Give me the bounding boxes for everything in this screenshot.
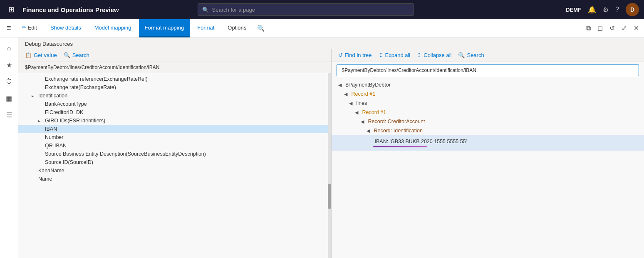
help-icon[interactable]: ? (615, 6, 619, 13)
sidebar-item-workspaces[interactable]: ▦ (2, 91, 17, 106)
sidebar-item-favorites[interactable]: ★ (2, 57, 17, 72)
tree-item-bankaccounttype[interactable]: BankAccountType (18, 100, 331, 108)
find-in-tree-label: Find in tree (345, 52, 372, 58)
fullscreen-icon[interactable]: ⤢ (620, 22, 629, 34)
tree-item-giro[interactable]: GIRO IDs(ESR identifiers) (18, 117, 331, 125)
bell-icon[interactable]: 🔔 (588, 6, 596, 14)
refresh-icon[interactable]: ↺ (608, 22, 617, 34)
split-icon[interactable]: ◻ (596, 22, 604, 34)
right-tree-area[interactable]: ◀ $PaymentByDebtor ◀ Record #1 ◀ lines (332, 79, 644, 258)
label-name: Name (38, 176, 52, 182)
content-area: ⌂ ★ ⏱ ▦ ☰ Debug Datasources 📋 Get value … (0, 37, 644, 258)
arrow-paymentbydebtor: ◀ (338, 82, 344, 88)
rtree-item-lines[interactable]: ◀ lines (332, 99, 644, 108)
label-record1a: Record #1 (352, 91, 376, 97)
tab-format[interactable]: Format (191, 19, 220, 37)
collapse-all-button[interactable]: ↥ Collapse all (417, 52, 451, 58)
debug-header: Debug Datasources (18, 37, 644, 49)
get-value-label: Get value (34, 52, 57, 58)
label-iban: IBAN (45, 126, 57, 132)
label-creditoraccount: Record: CreditorAccount (368, 119, 425, 124)
rtree-item-identification[interactable]: ◀ Record: Identification (332, 126, 644, 135)
global-search[interactable]: 🔍 (198, 3, 414, 16)
nav-search-icon[interactable]: 🔍 (254, 25, 268, 32)
left-search-button[interactable]: 🔍 Search (64, 52, 89, 58)
arrow-lines: ◀ (349, 101, 355, 106)
get-value-button[interactable]: 📋 Get value (25, 52, 57, 58)
rtree-item-iban-value[interactable]: IBAN: 'GB33 BUKB 2020 1555 5555 55' (332, 135, 644, 151)
label-bankaccounttype: BankAccountType (45, 101, 87, 107)
tree-item-kananame[interactable]: KanaName (18, 166, 331, 175)
tree-item-exchange-rate[interactable]: Exchange rate(ExchangeRate) (18, 83, 331, 92)
arrow-giro (38, 119, 43, 123)
sidebar-item-home[interactable]: ⌂ (2, 41, 17, 56)
tab-format-mapping-label: Format mapping (145, 25, 184, 31)
left-tree-area[interactable]: Exchange rate reference(ExchangeRateRef)… (18, 73, 331, 258)
close-icon[interactable]: ✕ (632, 22, 641, 34)
arrow-record1a: ◀ (344, 92, 350, 97)
expand-all-button[interactable]: ↧ Expand all (379, 52, 411, 58)
expand-icon[interactable]: ⧉ (585, 23, 592, 34)
tab-format-mapping[interactable]: Format mapping (139, 19, 190, 37)
tree-item-qr-iban[interactable]: QR-IBAN (18, 141, 331, 150)
right-panel: ↺ Find in tree ↧ Expand all ↥ Collapse a… (332, 49, 644, 258)
gear-icon[interactable]: ⚙ (603, 6, 609, 14)
avatar[interactable]: D (626, 3, 639, 16)
left-path-bar[interactable]: $PaymentByDebtor/lines/CreditorAccount/I… (18, 62, 331, 73)
arrow-record1b: ◀ (355, 110, 361, 115)
nav-right-icons: ⧉ ◻ ↺ ⤢ ✕ (585, 22, 641, 34)
arrow-identification-r: ◀ (367, 128, 372, 134)
right-toolbar: ↺ Find in tree ↧ Expand all ↥ Collapse a… (332, 49, 644, 62)
tab-show-details[interactable]: Show details (45, 19, 87, 37)
rtree-item-record1a[interactable]: ◀ Record #1 (332, 89, 644, 99)
tab-edit-label: Edit (28, 25, 37, 31)
collapse-all-label: Collapse all (424, 52, 451, 58)
rtree-item-record1b[interactable]: ◀ Record #1 (332, 108, 644, 117)
tree-item-identification[interactable]: Identification (18, 92, 331, 100)
search-icon: 🔍 (202, 7, 209, 13)
tab-show-details-label: Show details (50, 25, 81, 31)
app-title: Finance and Operations Preview (22, 6, 119, 13)
rtree-item-creditoraccount[interactable]: ◀ Record: CreditorAccount (332, 117, 644, 126)
tree-item-exchange-rate-ref[interactable]: Exchange rate reference(ExchangeRateRef) (18, 75, 331, 83)
tab-options[interactable]: Options (222, 19, 252, 37)
find-in-tree-button[interactable]: ↺ Find in tree (338, 52, 372, 58)
tab-format-label: Format (197, 25, 214, 31)
panels: 📋 Get value 🔍 Search $PaymentByDebtor/li… (18, 49, 644, 258)
hamburger-icon[interactable]: ≡ (3, 24, 15, 32)
collapse-all-icon: ↥ (417, 52, 421, 58)
tree-item-source-business[interactable]: Source Business Entity Description(Sourc… (18, 150, 331, 158)
tab-model-mapping[interactable]: Model mapping (89, 19, 137, 37)
right-path-bar[interactable]: $PaymentByDebtor/lines/CreditorAccount/I… (337, 64, 639, 76)
left-panel: 📋 Get value 🔍 Search $PaymentByDebtor/li… (18, 49, 332, 258)
label-identification-r: Record: Identification (374, 128, 423, 134)
label-number: Number (45, 134, 63, 140)
label-qr-iban: QR-IBAN (45, 143, 67, 149)
right-search-button[interactable]: 🔍 Search (458, 52, 484, 58)
search-input[interactable] (212, 7, 409, 13)
left-scrollbar-track[interactable] (328, 73, 331, 258)
sidebar-item-recent[interactable]: ⏱ (2, 74, 17, 89)
nav-bar: ≡ ✏ Edit Show details Model mapping Form… (0, 19, 644, 37)
waffle-icon[interactable]: ⊞ (5, 5, 17, 14)
get-value-icon: 📋 (25, 52, 32, 58)
top-bar-right: DEMF 🔔 ⚙ ? D (566, 3, 639, 16)
expand-all-label: Expand all (385, 52, 411, 58)
tree-item-name[interactable]: Name (18, 175, 331, 183)
label-source-id: Source ID(SourceID) (45, 159, 93, 165)
tab-options-label: Options (228, 25, 246, 31)
label-record1b: Record #1 (362, 109, 386, 115)
find-in-tree-icon: ↺ (338, 52, 343, 58)
arrow-creditoraccount: ◀ (361, 119, 367, 124)
tree-item-number[interactable]: Number (18, 133, 331, 141)
tab-edit[interactable]: ✏ Edit (16, 19, 43, 37)
tree-item-source-id[interactable]: Source ID(SourceID) (18, 158, 331, 166)
rtree-item-paymentbydebtor[interactable]: ◀ $PaymentByDebtor (332, 80, 644, 89)
label-exchange-rate: Exchange rate(ExchangeRate) (45, 84, 116, 90)
tree-item-ficreditorid[interactable]: FICreditorID_DK (18, 108, 331, 117)
top-bar: ⊞ Finance and Operations Preview 🔍 DEMF … (0, 0, 644, 19)
tree-item-iban[interactable]: IBAN (18, 125, 331, 133)
sidebar-item-modules[interactable]: ☰ (2, 107, 17, 122)
iban-underline (373, 146, 427, 147)
left-scrollbar-thumb[interactable] (328, 184, 331, 209)
